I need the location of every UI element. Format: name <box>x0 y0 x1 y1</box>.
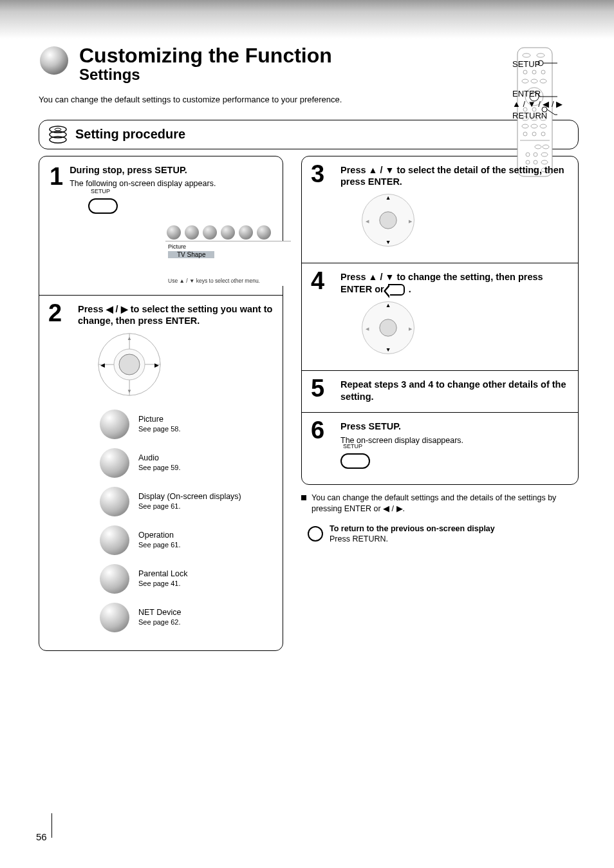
step-4-head: Press ▲ / ▼ to change the setting, then … <box>340 271 569 296</box>
column-left: 1 During stop, press SETUP. The followin… <box>39 156 283 652</box>
cat-name: Parental Lock <box>138 569 187 578</box>
dpad-icon: ▲ ▼ ◀ ▶ <box>97 332 162 397</box>
step-6: 6 Press SETUP. The on-screen display dis… <box>302 412 578 484</box>
step-3-number: 3 <box>311 162 324 186</box>
list-item: Picture See page 58. <box>100 410 274 439</box>
up-arrow-icon: ▲ <box>369 165 378 175</box>
return-button-icon <box>308 526 323 542</box>
svg-text:▼: ▼ <box>386 239 391 245</box>
intro-text: You can change the default settings to c… <box>39 94 367 106</box>
return-text: To return to the previous on-screen disp… <box>330 524 495 545</box>
reel-icon <box>48 124 68 145</box>
column-right: 3 Press ▲ / ▼ to select the detail of th… <box>301 156 579 485</box>
list-item-text: Display (On-screen displays)See page 61. <box>138 492 241 512</box>
step-6-number: 6 <box>311 418 324 442</box>
right-arrow-icon: ▶ <box>121 304 128 314</box>
page-number: 56 <box>36 831 47 842</box>
t: Press <box>340 165 369 175</box>
list-item-text: AudioSee page 59. <box>138 453 180 473</box>
note-text: You can change the default settings and … <box>312 493 579 514</box>
osd-mini-icon <box>257 225 271 240</box>
title-line1: Customizing the Function <box>79 45 332 66</box>
cat-name: Display (On-screen displays) <box>138 492 241 501</box>
osd-mini-icon <box>221 225 235 240</box>
step-5-head: Repeat steps 3 and 4 to change other det… <box>340 379 569 403</box>
pg: 61 <box>171 541 178 549</box>
osd-mini-icon <box>203 225 217 240</box>
title-row: Customizing the Function Settings <box>39 45 579 82</box>
svg-text:▲: ▲ <box>127 335 132 341</box>
tag-button-icon <box>388 284 405 296</box>
svg-text:▼: ▼ <box>386 346 391 353</box>
osd-mini-icon <box>185 225 199 240</box>
cat-name: Audio <box>138 453 159 462</box>
page-content: Customizing the Function Settings You ca… <box>0 0 614 651</box>
operation-icon <box>100 525 129 555</box>
cat-name: Picture <box>138 415 163 424</box>
svg-point-49 <box>380 212 396 229</box>
svg-text:▲: ▲ <box>386 303 391 309</box>
step-2-head-a: Press <box>78 304 106 314</box>
step-2: 2 Press ◀ / ▶ to select the setting you … <box>39 295 283 651</box>
up-arrow-icon: ▲ <box>369 272 378 282</box>
setup-button-icon <box>340 453 370 469</box>
step-2-head-b: / <box>113 304 121 314</box>
t: . <box>409 284 411 294</box>
step-1-head: During stop, press SETUP. <box>70 164 216 176</box>
osd-icons-row <box>165 224 291 241</box>
remote-callout-return: RETURN <box>512 111 547 121</box>
step-6-sub: The on-screen display disappears. <box>340 435 569 446</box>
pg: 62 <box>171 618 178 626</box>
dpad-icon: ▲▼ ◀▶ <box>360 192 416 249</box>
list-item-text: OperationSee page 61. <box>138 531 180 551</box>
down-arrow-icon: ▼ <box>386 165 395 175</box>
cat-name: Operation <box>138 531 174 540</box>
title-line2: Settings <box>79 67 332 82</box>
step-3: 3 Press ▲ / ▼ to select the detail of th… <box>302 156 578 263</box>
pg: 61 <box>171 502 178 510</box>
down-arrow-icon: ▼ <box>386 272 395 282</box>
osd-top-label: Picture <box>168 243 288 250</box>
osd-mini-icon <box>239 225 253 240</box>
svg-point-55 <box>380 319 396 336</box>
list-item: Display (On-screen displays)See page 61. <box>100 487 274 516</box>
step-2-head: Press ◀ / ▶ to select the setting you wa… <box>78 303 274 328</box>
svg-point-40 <box>55 128 61 131</box>
procedure-title: Setting procedure <box>75 127 185 142</box>
pg: 59 <box>171 464 178 471</box>
svg-point-43 <box>119 354 140 375</box>
list-item: OperationSee page 61. <box>100 525 274 555</box>
setup-button-icon <box>88 198 118 214</box>
step-2-number: 2 <box>48 301 62 325</box>
columns: 1 During stop, press SETUP. The followin… <box>39 156 579 652</box>
svg-text:▶: ▶ <box>154 362 159 368</box>
svg-text:◀: ◀ <box>100 362 105 368</box>
step-1-number: 1 <box>50 164 63 189</box>
list-item-text: Parental LockSee page 41. <box>138 569 187 589</box>
display-icon <box>100 487 129 516</box>
left-arrow-icon: ◀ <box>106 304 113 314</box>
pg: 58 <box>171 425 178 433</box>
step-1: 1 During stop, press SETUP. The followin… <box>39 156 283 295</box>
setup-button-label: SETUP <box>343 443 362 449</box>
bullet-icon <box>301 495 306 500</box>
audio-icon <box>100 448 129 478</box>
dpad-icon: ▲▼ ◀▶ <box>360 299 416 356</box>
parental-lock-icon <box>100 564 129 594</box>
remote-callout-setup: SETUP <box>512 59 540 70</box>
step-4: 4 Press ▲ / ▼ to change the setting, the… <box>302 263 578 370</box>
osd-highlight: TV Shape <box>168 251 214 258</box>
list-item: Parental LockSee page 41. <box>100 564 274 594</box>
return-row: To return to the previous on-screen disp… <box>308 524 579 545</box>
list-item-text: Picture See page 58. <box>138 415 180 435</box>
remote-callout-enter: ENTER▲ / ▼ / ◀ / ▶ <box>512 89 563 109</box>
sphere-icon <box>39 45 70 76</box>
t: Press <box>340 272 369 282</box>
list-item: AudioSee page 59. <box>100 448 274 478</box>
svg-text:▲: ▲ <box>386 195 391 202</box>
title-block: Customizing the Function Settings <box>79 45 332 82</box>
osd-mini-icon <box>167 225 181 240</box>
step-5-number: 5 <box>311 376 324 401</box>
list-item: NET DeviceSee page 62. <box>100 603 274 632</box>
osd-hint: Use ▲ / ▼ keys to select other menu. <box>168 278 288 284</box>
